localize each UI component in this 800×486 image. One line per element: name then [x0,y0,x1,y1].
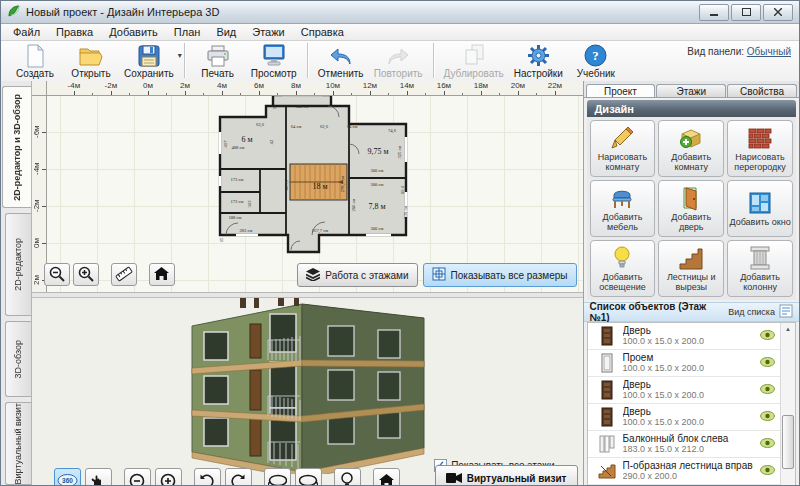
look-left-button[interactable] [264,468,291,485]
dimension-label: 488 см [231,145,244,150]
dimension-label: 300 см [370,226,383,231]
add-light-button[interactable]: Добавить освещение [590,240,656,297]
visibility-eye-icon[interactable] [760,384,775,396]
object-row[interactable]: Проем100.0 x 15.0 x 200.0 [588,350,795,377]
close-button[interactable] [763,4,793,21]
ruler-tick [185,91,186,95]
help-button[interactable]: ?Учебник [568,42,624,80]
building-3d-model[interactable] [182,298,432,474]
list-view-label: Вид списка [728,307,775,317]
zoom-in-3d-button[interactable] [155,468,182,485]
ruler-h-label: 8м [285,81,307,90]
undo-button[interactable]: Отменить [313,42,369,80]
print-button[interactable]: Печать [190,42,246,80]
add-column-button[interactable]: Добавить колонну [727,240,793,297]
tab-свойства[interactable]: Свойства [727,84,797,97]
visibility-eye-icon[interactable] [760,438,775,450]
pan-hand-button[interactable] [85,468,112,485]
menu-item-1[interactable]: Правка [48,25,101,39]
object-size: 100.0 x 15.0 x 200.0 [623,363,753,374]
add-room-button[interactable]: Добавить комнату [658,120,724,177]
ruler-tick-minor [277,93,278,95]
virtual-tour-button[interactable]: Виртуальный визит [435,465,578,485]
scroll-up-arrow[interactable]: ▲ [781,323,795,335]
light-toggle-button[interactable] [334,468,361,485]
toolbar-button-label: Повторить [374,68,423,79]
object-list-title: Список объектов (Этаж №1) [590,301,729,323]
object-row[interactable]: П-образная лестница вправо290.0 x 200.0 [588,458,795,485]
viewer-3d[interactable]: 360 ✓ Показывать все этажи Виртуальный в… [32,298,583,485]
measure-button[interactable] [111,263,137,286]
rotate-right-icon [230,473,246,486]
design-button-label: Добавить комнату [659,152,723,172]
menu-item-4[interactable]: Вид [208,25,244,39]
object-name: Дверь [623,379,753,390]
ruler-tick-minor [499,93,500,95]
object-row[interactable]: Дверь100.0 x 15.0 x 200.0 [588,404,795,431]
new-document-icon [24,43,46,68]
add-window-button[interactable]: Добавить окно [727,180,793,237]
floors-button[interactable]: Работа с этажами [297,263,417,287]
maximize-button[interactable] [731,4,761,21]
gear-button[interactable]: Настройки [509,42,568,80]
menu-item-5[interactable]: Этажи [244,25,292,39]
ruler-tick [481,91,482,95]
window-title: Новый проект - Дизайн Интерьера 3D [26,6,219,18]
add-furniture-button[interactable]: Добавить мебель [590,180,656,237]
visibility-eye-icon[interactable] [760,465,775,477]
editor-2d-view[interactable]: -4м-2м0м2м4м6м8м10м12м14м16м18м20м22м -6… [32,81,583,293]
home-button[interactable] [149,263,175,286]
menu-item-6[interactable]: Справка [293,25,352,39]
home-3d-button[interactable] [373,468,400,485]
save-button[interactable]: ▾Сохранить [119,42,179,80]
zoom-out-3d-button[interactable] [124,468,151,485]
title-bar: Новый проект - Дизайн Интерьера 3D [1,1,799,24]
tab-этажи[interactable]: Этажи [656,84,726,97]
room-area-label: 6 м [241,135,252,144]
left-tab-0[interactable]: 2D-редактор и 3D-обзор [2,86,31,208]
object-row[interactable]: Балконный блок слева183.0 x 15.0 x 212.0 [588,431,795,458]
menu-item-3[interactable]: План [166,25,209,39]
scrollbar-thumb[interactable] [782,415,794,469]
tab-проект[interactable]: Проект [586,84,656,97]
draw-room-button[interactable]: Нарисовать комнату [590,120,656,177]
left-tab-2[interactable]: 3D-обзор [5,321,31,396]
minimize-button[interactable] [699,4,729,21]
toolbar-button-label: Создать [16,68,54,79]
dimension-label: 95 [272,104,277,109]
left-tab-3[interactable]: Виртуальный визит [5,402,31,485]
visibility-eye-icon[interactable] [760,330,775,342]
show-dimensions-toggle[interactable]: Показывать все размеры [423,263,577,287]
visibility-eye-icon[interactable] [760,357,775,369]
add-window-icon [747,190,773,216]
object-list[interactable]: Дверь100.0 x 15.0 x 200.0Проем100.0 x 15… [587,322,796,485]
new-document-button[interactable]: Создать [7,42,63,80]
panel-view-value-link[interactable]: Обычный [747,46,791,57]
zoom-out-button[interactable] [44,263,70,286]
object-list-scrollbar[interactable]: ▲ [780,323,795,485]
look-right-button[interactable] [295,468,322,485]
ruler-h-label: 20м [507,81,529,90]
draw-partition-button[interactable]: Нарисовать перегородку [727,120,793,177]
rotate-left-button[interactable] [194,468,221,485]
floor-plan[interactable]: 300 см9564 см62,664 см74,663,6497488 см4… [216,92,411,257]
object-size: 183.0 x 15.0 x 212.0 [623,444,753,455]
list-view-icon[interactable] [779,304,793,320]
dimension-label: 300 см [370,182,383,187]
preview-button[interactable]: Просмотр [246,42,302,80]
stairs-button[interactable]: Лестницы и вырезы [658,240,724,297]
orbit-button[interactable]: 360 [54,468,81,485]
zoom-in-button[interactable] [73,263,99,286]
add-door-button[interactable]: Добавить дверь [658,180,724,237]
dimensions-icon [432,267,446,283]
visibility-eye-icon[interactable] [760,411,775,423]
save-dropdown-arrow[interactable]: ▾ [178,51,182,60]
rotate-right-button[interactable] [225,468,252,485]
left-tab-1[interactable]: 2D-редактор [5,213,31,316]
menu-item-0[interactable]: Файл [5,25,48,39]
object-row[interactable]: Дверь100.0 x 15.0 x 200.0 [588,323,795,350]
open-folder-button[interactable]: Открыть [63,42,119,80]
toolbar-button-label: Настройки [514,68,563,79]
object-row[interactable]: Дверь100.0 x 15.0 x 200.0 [588,377,795,404]
menu-item-2[interactable]: Добавить [101,25,166,39]
